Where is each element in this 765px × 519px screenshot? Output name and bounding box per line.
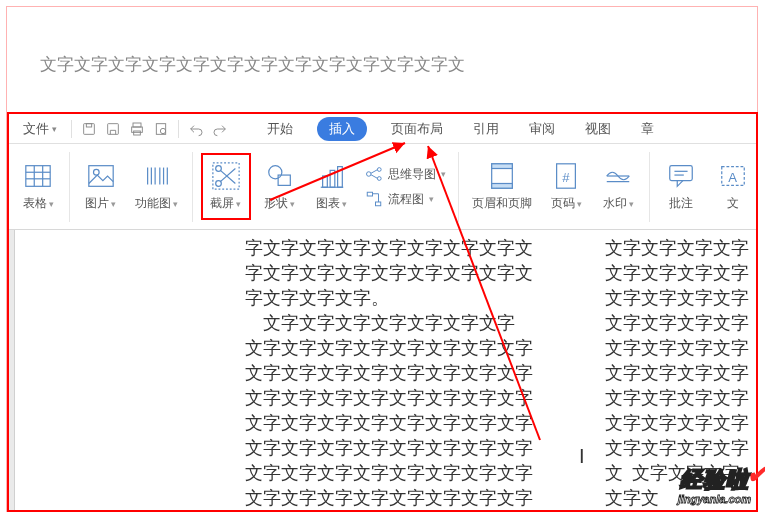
svg-point-26	[269, 166, 282, 179]
svg-rect-0	[84, 123, 95, 134]
scissors-icon	[211, 161, 241, 191]
svg-point-14	[93, 169, 99, 175]
picture-icon	[86, 161, 116, 191]
chart-icon	[317, 161, 347, 191]
print-icon[interactable]	[126, 118, 148, 140]
table-icon	[23, 161, 53, 191]
flowchart-icon	[365, 190, 383, 208]
separator	[649, 152, 650, 222]
svg-rect-40	[492, 164, 513, 169]
screenshot-button[interactable]: 截屏▾	[201, 153, 251, 220]
redo-icon[interactable]	[209, 118, 231, 140]
page-number-button[interactable]: # 页码▾	[543, 157, 589, 216]
mindmap-button[interactable]: 思维导图▾	[361, 163, 450, 185]
menu-bar: 文件▾ 开始 插入 页面布局 引用 审阅 视图 章	[9, 114, 756, 144]
save-icon[interactable]	[78, 118, 100, 140]
picture-button[interactable]: 图片▾	[78, 157, 124, 216]
text-column-1: 字文字文字文字文字文字文字文字文字文字文字文字文字文字文字文字文字文字文字文字。…	[245, 236, 585, 510]
svg-rect-41	[492, 184, 513, 189]
bg-line: 文字文字文字文字文字文字文字文字文字文字文字文字文	[40, 52, 760, 78]
check-icon: ✔	[746, 459, 765, 490]
page[interactable]: 字文字文字文字文字文字文字文字文字文字文字文字文字文字文字文字文字文字文字文字。…	[15, 230, 756, 510]
flowchart-button[interactable]: 流程图▾	[361, 188, 450, 210]
svg-rect-13	[89, 166, 113, 187]
svg-line-36	[371, 175, 378, 179]
undo-icon[interactable]	[185, 118, 207, 140]
svg-rect-1	[86, 123, 91, 126]
textbox-button[interactable]: A 文	[710, 157, 756, 216]
separator	[71, 120, 72, 138]
separator	[178, 120, 179, 138]
svg-rect-46	[670, 166, 693, 181]
smartart-button[interactable]: 功能图▾	[130, 157, 184, 216]
svg-point-7	[160, 128, 165, 133]
separator	[458, 152, 459, 222]
table-button[interactable]: 表格▾	[15, 157, 61, 216]
text-cursor-icon: I	[579, 445, 585, 468]
comment-icon	[666, 161, 696, 191]
barcode-icon	[142, 161, 172, 191]
tab-start[interactable]: 开始	[261, 116, 299, 142]
tab-references[interactable]: 引用	[467, 116, 505, 142]
svg-rect-38	[375, 202, 380, 206]
file-menu[interactable]: 文件▾	[15, 117, 65, 141]
svg-rect-8	[26, 166, 50, 187]
svg-text:#: #	[562, 170, 570, 185]
app-window: 文件▾ 开始 插入 页面布局 引用 审阅 视图 章	[7, 112, 758, 512]
svg-rect-2	[108, 123, 119, 134]
ribbon-tabs: 开始 插入 页面布局 引用 审阅 视图 章	[261, 116, 660, 142]
save-as-icon[interactable]	[102, 118, 124, 140]
separator	[69, 152, 70, 222]
watermark-icon	[603, 161, 633, 191]
svg-rect-30	[330, 170, 335, 187]
shapes-button[interactable]: 形状▾	[257, 157, 303, 216]
chart-button[interactable]: 图表▾	[309, 157, 355, 216]
svg-point-33	[377, 168, 381, 172]
document-area[interactable]: 字文字文字文字文字文字文字文字文字文字文字文字文字文字文字文字文字文字文字文字。…	[9, 230, 756, 510]
print-preview-icon[interactable]	[150, 118, 172, 140]
watermark-button[interactable]: 水印▾	[595, 157, 641, 216]
svg-line-35	[371, 170, 378, 174]
tab-page-layout[interactable]: 页面布局	[385, 116, 449, 142]
tab-view[interactable]: 视图	[579, 116, 617, 142]
tab-section[interactable]: 章	[635, 116, 660, 142]
header-footer-icon	[487, 161, 517, 191]
svg-rect-37	[367, 192, 372, 196]
svg-rect-5	[134, 131, 141, 135]
ribbon: 表格▾ 图片▾ 功能图▾ 截屏▾ 形状▾ 图表▾ 思维导图▾	[9, 144, 756, 230]
diagram-group: 思维导图▾ 流程图▾	[361, 163, 450, 210]
svg-text:A: A	[728, 170, 737, 185]
svg-rect-29	[322, 176, 327, 187]
mindmap-icon	[365, 165, 383, 183]
header-footer-button[interactable]: 页眉和页脚	[467, 157, 537, 216]
page-number-icon: #	[551, 161, 581, 191]
svg-point-32	[366, 172, 371, 177]
tab-review[interactable]: 审阅	[523, 116, 561, 142]
site-watermark: 经验啦 ✔ jingyanla.com	[678, 465, 751, 505]
svg-rect-31	[337, 167, 342, 188]
annotation-button[interactable]: 批注	[658, 157, 704, 216]
svg-point-34	[377, 177, 381, 181]
separator	[192, 152, 193, 222]
svg-rect-3	[133, 123, 141, 127]
textbox-icon: A	[718, 161, 748, 191]
tab-insert[interactable]: 插入	[317, 117, 367, 141]
svg-line-23	[220, 170, 235, 183]
shapes-icon	[265, 161, 295, 191]
svg-line-24	[220, 169, 235, 182]
